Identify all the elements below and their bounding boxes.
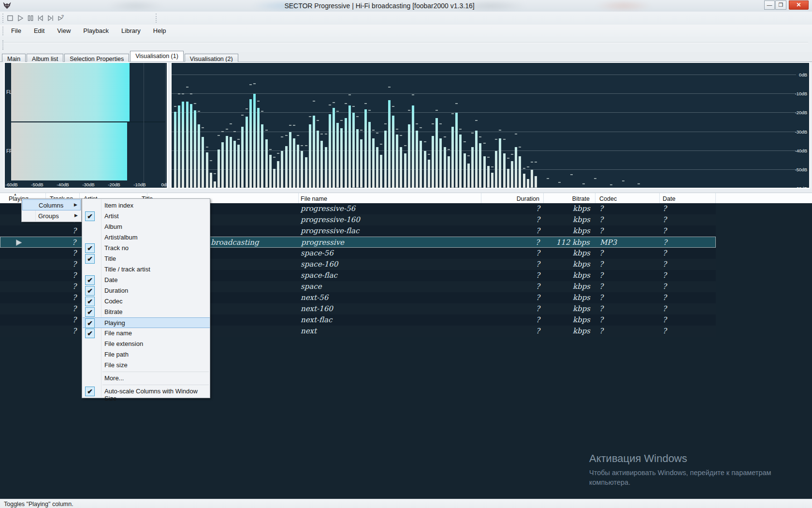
menubar-item-playback[interactable]: Playback xyxy=(77,25,115,37)
context-menu-item-columns[interactable]: Columns▶ xyxy=(22,199,81,210)
stop-button[interactable] xyxy=(5,13,16,23)
close-button[interactable]: ✕ xyxy=(789,0,809,10)
toolbar-spacer xyxy=(0,37,812,52)
submenu-item-codec[interactable]: ✔Codec xyxy=(83,296,210,307)
minimize-button[interactable]: — xyxy=(764,0,775,10)
spectrum-bar xyxy=(416,131,418,188)
spectrum-peak-marker xyxy=(432,123,434,124)
spectrum-peak-marker xyxy=(186,87,188,88)
pause-button[interactable] xyxy=(26,13,36,23)
cell-date: ? xyxy=(663,315,667,324)
menubar-item-help[interactable]: Help xyxy=(147,25,173,37)
spectrum-peak-marker xyxy=(218,135,220,136)
cell-file-name: space-flac xyxy=(301,271,337,280)
spectrum-bar xyxy=(404,153,406,188)
spectrum-peak-marker xyxy=(174,106,176,107)
submenu-item-playing[interactable]: ✔Playing xyxy=(83,317,210,328)
spectrum-peak-marker xyxy=(558,182,561,183)
spectrum-analyzer-panel: 0dB-10dB-20dB-30dB-40dB-50dB-60dB xyxy=(171,62,810,189)
random-button[interactable]: ? xyxy=(56,13,67,23)
submenu-item-date[interactable]: ✔Date xyxy=(83,275,210,285)
checkmark-icon: ✔ xyxy=(85,307,95,317)
cell-duration: ? xyxy=(536,215,540,224)
submenu-item-album[interactable]: Album xyxy=(83,222,210,232)
spectrum-bar xyxy=(246,117,248,188)
previous-button[interactable] xyxy=(36,13,46,23)
spectrum-peak-marker xyxy=(507,158,509,159)
restore-button[interactable]: ❐ xyxy=(775,0,786,10)
cell-date: ? xyxy=(663,327,667,335)
spectrum-peak-marker xyxy=(519,147,521,148)
submenu-item-title-track-artist[interactable]: Title / track artist xyxy=(83,264,210,275)
toolbar-grip xyxy=(2,14,4,23)
spectrum-bar xyxy=(515,147,517,188)
submenu-item-duration[interactable]: ✔Duration xyxy=(83,285,210,296)
spectrum-bar xyxy=(249,99,252,188)
cell-track-no: ? xyxy=(72,238,76,247)
checkmark-icon: ✔ xyxy=(85,211,95,221)
submenu-item-file-path[interactable]: File path xyxy=(83,349,210,360)
column-header-bitrate[interactable]: Bitrate xyxy=(544,193,595,203)
spectrum-bar xyxy=(182,102,184,188)
menu-item-label: Item index xyxy=(104,202,133,209)
submenu-item-item-index[interactable]: Item index xyxy=(83,200,210,211)
cell-duration: ? xyxy=(536,226,540,235)
title-bar[interactable]: SECTOR Progressive | Hi-Fi broadcasting … xyxy=(0,0,812,12)
tab-strip: MainAlbum listSelection PropertiesVisual… xyxy=(0,52,812,62)
submenu-item-file-size[interactable]: File size xyxy=(83,360,210,371)
column-header-codec[interactable]: Codec xyxy=(595,193,660,203)
spectrum-bar xyxy=(523,174,525,188)
menu-item-label: Duration xyxy=(104,287,128,294)
cell-codec: ? xyxy=(599,293,603,302)
submenu-item-title[interactable]: ✔Title xyxy=(83,254,210,264)
submenu-item-artist[interactable]: ✔Artist xyxy=(83,211,210,222)
submenu-item-file-name[interactable]: ✔File name xyxy=(83,328,210,339)
playback-toolbar: ? xyxy=(0,12,812,25)
submenu-item-artist-album[interactable]: Artist/album xyxy=(83,232,210,243)
context-menu-item-groups[interactable]: Groups▶ xyxy=(22,210,81,222)
activation-line1: Чтобы активировать Windows, перейдите к … xyxy=(589,468,771,478)
meter-channel-divider xyxy=(11,121,166,122)
cell-codec: ? xyxy=(599,271,603,280)
visualisation-page: FLFR-60dB-50dB-40dB-30dB-20dB-10dB0dB 0d… xyxy=(0,62,812,192)
spectrum-peak-marker xyxy=(475,120,478,121)
submenu-item-auto-scale-columns-with-window-size[interactable]: ✔Auto-scale Columns with Window Size xyxy=(83,386,210,397)
spectrum-peak-marker xyxy=(190,93,192,94)
spectrum-bar xyxy=(455,113,458,188)
column-header-file-name[interactable]: File name xyxy=(299,193,481,203)
menubar-item-file[interactable]: File xyxy=(5,25,28,37)
menubar-item-view[interactable]: View xyxy=(51,25,77,37)
svg-text:?: ? xyxy=(61,14,64,19)
submenu-item-bitrate[interactable]: ✔Bitrate xyxy=(83,307,210,317)
column-header-duration[interactable]: Duration xyxy=(481,193,544,203)
meter-scale-label: -10dB xyxy=(129,182,150,187)
tab-visualisation-1-[interactable]: Visualisation (1) xyxy=(130,51,184,61)
spectrum-peak-marker xyxy=(230,123,232,124)
cell-bitrate: kbps xyxy=(573,215,590,224)
column-header-date[interactable]: Date xyxy=(660,193,716,203)
menubar-item-edit[interactable]: Edit xyxy=(28,25,51,37)
submenu-item-more-[interactable]: More... xyxy=(83,373,210,384)
next-button[interactable] xyxy=(46,13,57,23)
submenu-item-track-no[interactable]: ✔Track no xyxy=(83,243,210,254)
spectrum-peak-marker xyxy=(479,136,481,137)
menu-item-label: Codec xyxy=(104,298,123,305)
cell-track-no: ? xyxy=(72,282,76,291)
spectrum-bar xyxy=(202,137,204,188)
spectrum-peak-marker xyxy=(277,153,279,154)
spectrum-bar xyxy=(388,100,391,188)
spectrum-peak-marker xyxy=(416,123,418,124)
menu-separator xyxy=(102,372,209,372)
cell-track-no: ? xyxy=(72,293,76,302)
cell-codec: MP3 xyxy=(600,238,617,247)
cell-file-name: progressive-56 xyxy=(301,204,355,213)
spectrum-db-label: -30dB xyxy=(795,129,807,134)
spectrum-peak-marker xyxy=(400,135,402,136)
menubar-item-library[interactable]: Library xyxy=(115,25,147,37)
checkmark-icon: ✔ xyxy=(85,254,95,264)
spectrum-peak-marker xyxy=(202,127,204,128)
play-button[interactable] xyxy=(15,13,26,23)
submenu-arrow-icon: ▶ xyxy=(74,213,78,218)
cell-codec: ? xyxy=(599,315,603,324)
submenu-item-file-extension[interactable]: File extension xyxy=(83,339,210,349)
